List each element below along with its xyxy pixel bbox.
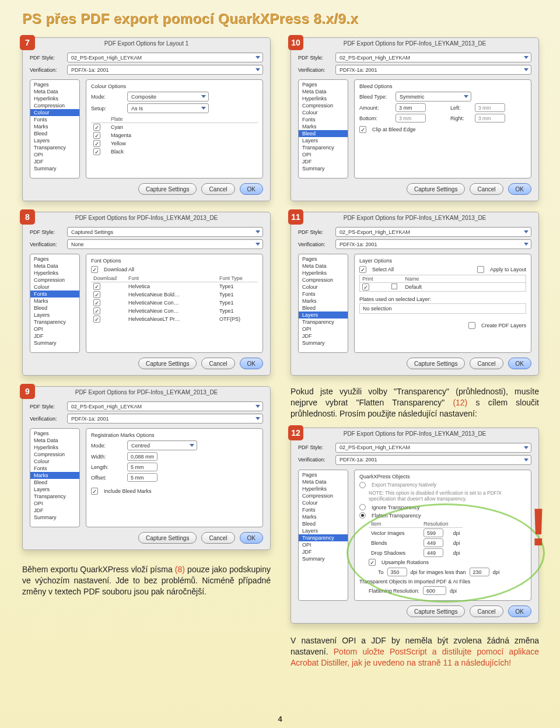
sidebar-item[interactable]: Layers [299,312,348,318]
res-value-input[interactable]: 449 [424,538,443,547]
font-download-checkbox[interactable] [93,316,100,323]
sidebar-item[interactable]: Summary [30,514,79,521]
sidebar-item[interactable]: OPI [30,500,79,507]
font-download-checkbox[interactable] [93,299,100,306]
sidebar-item[interactable]: Hyperlinks [299,270,348,276]
pdfstyle-dropdown[interactable]: 02_PS-Export_High_LEYKAM [335,52,531,62]
marks-mode-dropdown[interactable]: Centred [127,440,197,450]
pdfstyle-dropdown[interactable]: Captured Settings [67,227,263,237]
sidebar-item[interactable]: Summary [30,165,79,172]
sidebar-item[interactable]: Fonts [299,116,348,123]
sidebar-item[interactable]: Transparency [299,318,348,326]
capture-settings-button[interactable]: Capture Settings [407,183,466,195]
to-input[interactable]: 350 [387,568,407,576]
width-input[interactable]: 0,088 mm [127,452,158,461]
sidebar-item[interactable]: Fonts [299,506,348,513]
ok-button[interactable]: OK [240,183,263,195]
plate-checkbox[interactable] [93,132,100,139]
sidebar-item[interactable]: Bleed [30,479,79,486]
sidebar-item[interactable]: Layers [30,486,79,493]
plate-checkbox[interactable] [93,148,100,155]
setup-dropdown[interactable]: As Is [127,103,209,113]
pdfstyle-dropdown[interactable]: 02_PS-Export_High_LEYKAM [67,52,263,62]
amount-input[interactable]: 3 mm [396,103,426,112]
flatres-input[interactable]: 600 [423,586,446,595]
sidebar-item[interactable]: Hyperlinks [30,270,79,276]
capture-settings-button[interactable]: Capture Settings [138,532,197,544]
verification-dropdown[interactable]: None [67,239,263,249]
sidebar-item[interactable]: Marks [30,298,79,304]
verification-dropdown[interactable]: PDF/X-1a: 2001 [335,239,531,249]
selectall-checkbox[interactable] [359,266,366,273]
sidebar-item[interactable]: Summary [299,555,348,562]
sidebar-item[interactable]: Layers [30,137,79,144]
sidebar-item[interactable]: Marks [299,123,348,130]
ok-button[interactable]: OK [240,358,263,369]
capture-settings-button[interactable]: Capture Settings [138,358,197,369]
create-pdf-layers-checkbox[interactable] [468,322,475,329]
plate-checkbox[interactable] [93,140,100,147]
sidebar-item[interactable]: Meta Data [30,88,79,95]
sidebar-item[interactable]: Colour [299,284,348,290]
cancel-button[interactable]: Cancel [201,358,235,369]
ok-button[interactable]: OK [240,532,263,544]
sidebar-item[interactable]: Colour [30,458,79,465]
mode-dropdown[interactable]: Composite [127,92,209,102]
res-value-input[interactable]: 599 [424,528,443,537]
capture-settings-button[interactable]: Capture Settings [407,358,466,369]
sidebar-item[interactable]: Marks [299,513,348,520]
sidebar-item[interactable]: Pages [299,81,348,88]
pdfstyle-dropdown[interactable]: 02_PS-Export_High_LEYKAM [335,443,531,453]
font-download-checkbox[interactable] [93,291,100,298]
sidebar-item[interactable]: OPI [299,541,348,548]
sidebar-item[interactable]: Pages [299,471,348,478]
sidebar-item[interactable]: Compression [30,276,79,284]
verification-dropdown[interactable]: PDF/X-1a: 2001 [335,455,531,465]
bleedtype-dropdown[interactable]: Symmetric [396,92,471,102]
sidebar-item[interactable]: Fonts [30,465,79,472]
options-sidebar[interactable]: PagesMeta DataHyperlinksCompressionColou… [298,254,348,353]
sidebar-item[interactable]: JDF [30,507,79,514]
sidebar-item[interactable]: Hyperlinks [30,95,79,102]
sidebar-item[interactable]: Fonts [299,290,348,298]
options-sidebar[interactable]: PagesMeta DataHyperlinksCompressionColou… [298,470,348,601]
cancel-button[interactable]: Cancel [201,183,235,195]
sidebar-item[interactable]: OPI [299,326,348,332]
options-sidebar[interactable]: PagesMeta DataHyperlinksCompressionColou… [30,254,80,353]
sidebar-item[interactable]: Meta Data [30,262,79,270]
capture-settings-button[interactable]: Capture Settings [138,183,197,195]
sidebar-item[interactable]: Bleed [30,304,79,312]
sidebar-item[interactable]: OPI [299,151,348,158]
cancel-button[interactable]: Cancel [470,183,503,195]
verification-dropdown[interactable]: PDF/X-1a: 2001 [67,414,263,424]
upsample-checkbox[interactable] [369,559,376,566]
for-input[interactable]: 230 [470,568,489,576]
cancel-button[interactable]: Cancel [470,606,503,617]
sidebar-item[interactable]: Fonts [30,290,79,298]
ignore-transparency-radio[interactable] [359,504,366,510]
sidebar-item[interactable]: Layers [299,527,348,534]
ok-button[interactable]: OK [508,358,531,369]
sidebar-item[interactable]: OPI [30,151,79,158]
sidebar-item[interactable]: Marks [30,123,79,130]
sidebar-item[interactable]: Summary [299,340,348,346]
sidebar-item[interactable]: Bleed [299,304,348,312]
res-value-input[interactable]: 449 [424,548,443,557]
include-bleed-checkbox[interactable] [91,488,98,495]
sidebar-item[interactable]: Meta Data [299,262,348,270]
clip-checkbox[interactable] [359,126,366,133]
sidebar-item[interactable]: Pages [30,256,79,262]
sidebar-item[interactable]: Meta Data [30,437,79,444]
sidebar-item[interactable]: Bleed [30,130,79,137]
sidebar-item[interactable]: JDF [299,332,348,340]
sidebar-item[interactable]: Pages [30,81,79,88]
flatten-transparency-radio[interactable] [359,512,366,519]
pdfstyle-dropdown[interactable]: 02_PS-Export_High_LEYKAM [67,401,263,411]
sidebar-item[interactable]: Hyperlinks [299,95,348,102]
plate-checkbox[interactable] [93,124,100,131]
sidebar-item[interactable]: JDF [299,548,348,555]
sidebar-item[interactable]: Transparency [299,534,348,541]
sidebar-item[interactable]: Compression [30,102,79,109]
sidebar-item[interactable]: Hyperlinks [30,444,79,451]
cancel-button[interactable]: Cancel [470,358,503,369]
